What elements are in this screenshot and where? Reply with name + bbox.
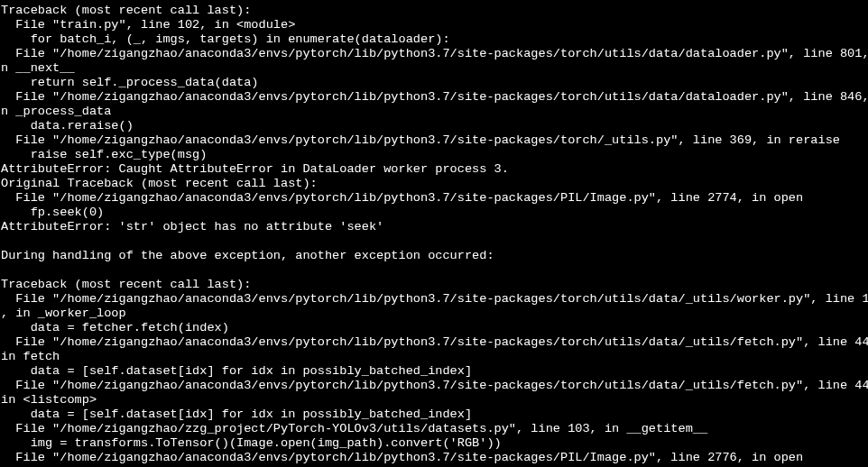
traceback-line: n _process_data xyxy=(1,105,868,119)
traceback-line: for batch_i, (_, imgs, targets) in enume… xyxy=(1,32,868,47)
traceback-line: File "/home/zigangzhao/anaconda3/envs/py… xyxy=(1,451,868,465)
traceback-line: , in _worker_loop xyxy=(1,307,868,321)
traceback-line: AttributeError: 'str' object has no attr… xyxy=(1,220,868,234)
traceback-line xyxy=(1,234,868,249)
traceback-line: raise self.exc_type(msg) xyxy=(1,148,868,162)
traceback-line: Original Traceback (most recent call las… xyxy=(1,177,868,191)
traceback-line: File "/home/zigangzhao/anaconda3/envs/py… xyxy=(1,47,868,61)
traceback-line: File "/home/zigangzhao/zzg_project/PyTor… xyxy=(1,422,868,436)
traceback-line: Traceback (most recent call last): xyxy=(1,278,868,292)
terminal-output[interactable]: Traceback (most recent call last): File … xyxy=(0,0,868,467)
traceback-line: During handling of the above exception, … xyxy=(1,249,868,263)
traceback-line: data.reraise() xyxy=(1,119,868,133)
traceback-line: File "/home/zigangzhao/anaconda3/envs/py… xyxy=(1,335,868,350)
traceback-line: data = [self.dataset[idx] for idx in pos… xyxy=(1,407,868,422)
traceback-line: data = [self.dataset[idx] for idx in pos… xyxy=(1,364,868,379)
traceback-line: fp.seek(0) xyxy=(1,206,868,220)
traceback-line: File "/home/zigangzhao/anaconda3/envs/py… xyxy=(1,133,868,148)
traceback-line: in <listcomp> xyxy=(1,393,868,407)
traceback-line xyxy=(1,263,868,278)
traceback-line: AttributeError: Caught AttributeError in… xyxy=(1,162,868,177)
traceback-line: Traceback (most recent call last): xyxy=(1,4,868,18)
traceback-line: img = transforms.ToTensor()(Image.open(i… xyxy=(1,436,868,451)
traceback-line: File "/home/zigangzhao/anaconda3/envs/py… xyxy=(1,191,868,206)
traceback-line: return self._process_data(data) xyxy=(1,76,868,90)
traceback-line: File "/home/zigangzhao/anaconda3/envs/py… xyxy=(1,90,868,105)
traceback-line: File "/home/zigangzhao/anaconda3/envs/py… xyxy=(1,292,868,307)
traceback-line: File "train.py", line 102, in <module> xyxy=(1,18,868,32)
traceback-line: n __next__ xyxy=(1,61,868,76)
traceback-line: in fetch xyxy=(1,350,868,364)
traceback-line: File "/home/zigangzhao/anaconda3/envs/py… xyxy=(1,379,868,393)
traceback-line: data = fetcher.fetch(index) xyxy=(1,321,868,335)
